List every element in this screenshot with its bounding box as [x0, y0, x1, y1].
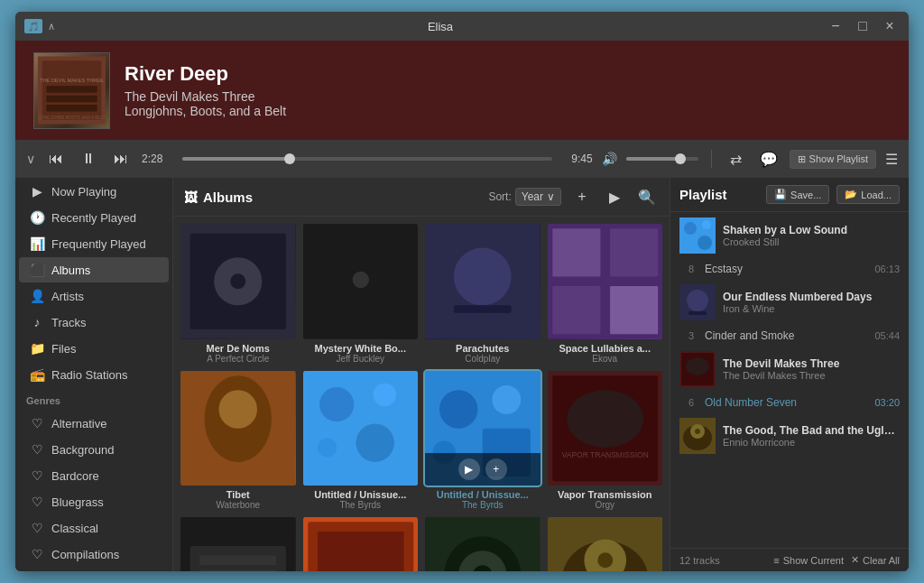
playlist-track-cinder[interactable]: 3 Cinder and Smoke 05:44 [670, 326, 909, 346]
svg-point-56 [702, 220, 711, 229]
play-pause-button[interactable]: ⏸ [77, 147, 100, 171]
playlist-album-info-devil: The Devil Makes Three The Devil Makes Th… [723, 357, 900, 381]
svg-point-53 [597, 552, 613, 568]
add-button[interactable]: + [570, 185, 594, 208]
sidebar: ▶ Now Playing 🕐 Recently Played 📊 Freque… [15, 178, 173, 571]
playlist-panel: Playlist 💾 Save... 📂 Load... [670, 178, 909, 571]
clear-all-button[interactable]: ✕ Clear All [851, 554, 900, 566]
svg-point-10 [230, 273, 245, 289]
genre-icon-classical: ♡ [30, 521, 44, 535]
sidebar-item-files[interactable]: 📁 Files [19, 336, 169, 361]
svg-rect-45 [317, 532, 403, 571]
playlist-track-old-number[interactable]: 6 Old Number Seven 03:20 [670, 393, 909, 412]
genre-icon-compilations: ♡ [30, 547, 44, 561]
progress-handle[interactable] [284, 153, 295, 164]
sidebar-item-bardcore[interactable]: ♡ Bardcore [19, 463, 169, 488]
content-header: 🖼 Albums Sort: Year ∨ + ▶ 🔍 [173, 178, 670, 217]
collapse-player-button[interactable]: ∨ [26, 152, 35, 166]
sort-label: Sort: [488, 190, 511, 203]
sidebar-item-electronic[interactable]: ♡ Electronic [19, 568, 169, 571]
album-item-0[interactable]: Mer De Noms A Perfect Circle [180, 224, 296, 364]
album-item-6[interactable]: ▶ + Untitled / Unissue... The Byrds [425, 371, 541, 511]
progress-bar[interactable] [182, 157, 552, 161]
playlist-track-ecstasy[interactable]: 8 Ecstasy 06:13 [670, 259, 909, 279]
save-label: Save... [790, 190, 821, 200]
playlist-items: Shaken by a Low Sound Crooked Still 8 Ec… [670, 212, 909, 548]
save-icon: 💾 [774, 189, 787, 200]
playlist-album-devil[interactable]: The Devil Makes Three The Devil Makes Th… [670, 346, 909, 393]
sort-select[interactable]: Year ∨ [515, 188, 561, 206]
separator [711, 150, 712, 168]
search-button[interactable]: 🔍 [635, 185, 659, 208]
show-current-button[interactable]: ≡ Show Current [773, 555, 844, 566]
shuffle-button[interactable]: ⇄ [725, 147, 748, 171]
album-name-3: Space Lullabies a... [548, 343, 663, 354]
playlist-album-endless[interactable]: Our Endless Numbered Days Iron & Wine [670, 279, 909, 326]
sidebar-item-frequently-played[interactable]: 📊 Frequently Played [19, 231, 169, 256]
album-item-3[interactable]: Space Lullabies a... Ekova [548, 224, 663, 364]
album-artist-1: Jeff Buckley [303, 354, 419, 364]
track-name-cinder: Cinder and Smoke [705, 329, 867, 342]
show-playlist-button[interactable]: ⊞ Show Playlist [790, 150, 876, 169]
load-playlist-button[interactable]: 📂 Load... [836, 185, 900, 204]
sidebar-item-bluegrass[interactable]: ♡ Bluegrass [19, 489, 169, 514]
sidebar-item-recently-played[interactable]: 🕐 Recently Played [19, 205, 169, 230]
svg-point-28 [356, 423, 394, 462]
album-name-5: Untitled / Unissue... [303, 489, 419, 500]
info-button[interactable]: 💬 [757, 147, 781, 171]
genre-icon-background: ♡ [30, 442, 44, 457]
play-all-button[interactable]: ▶ [603, 185, 626, 208]
track-duration-old-number: 03:20 [874, 397, 900, 408]
album-item-5[interactable]: Untitled / Unissue... The Byrds [303, 371, 419, 511]
collapse-chevron[interactable]: ∧ [48, 21, 55, 32]
sidebar-item-now-playing[interactable]: ▶ Now Playing [19, 179, 169, 204]
album-item-2[interactable]: Parachutes Coldplay [425, 224, 541, 364]
track-title: River Deep [125, 62, 286, 86]
sidebar-item-radio-stations[interactable]: 📻 Radio Stations [19, 362, 169, 387]
album-item-7[interactable]: VAPOR TRANSMISSION Vapor Transmission Or… [548, 371, 663, 511]
add-album-button-6[interactable]: + [485, 458, 507, 480]
next-button[interactable]: ⏭ [109, 147, 133, 171]
recently-played-icon: 🕐 [30, 210, 44, 225]
volume-handle[interactable] [675, 153, 686, 164]
save-playlist-button[interactable]: 💾 Save... [766, 185, 829, 204]
menu-button[interactable]: ☰ [885, 151, 898, 168]
album-item-1[interactable]: ● Mystery White Bo... Jeff Buckley [303, 224, 419, 364]
now-playing-header: THE DEVIL MAKES THREE LONGJOHNS BOOTS AN… [15, 41, 909, 140]
previous-button[interactable]: ⏮ [44, 147, 68, 171]
sidebar-item-compilations[interactable]: ♡ Compilations [19, 541, 169, 567]
radio-stations-icon: 📻 [30, 367, 44, 382]
maximize-button[interactable]: □ [853, 16, 873, 36]
sidebar-label-background: Background [51, 443, 114, 457]
album-item-9[interactable] [303, 517, 419, 571]
artists-icon: 👤 [30, 289, 44, 303]
time-total: 9:45 [561, 153, 593, 165]
album-item-11[interactable] [548, 517, 663, 571]
sidebar-item-classical[interactable]: ♡ Classical [19, 515, 169, 541]
playlist-thumb-devil [679, 351, 716, 387]
album-item-8[interactable] [180, 517, 296, 571]
sort-chevron-icon: ∨ [547, 190, 555, 203]
close-button[interactable]: × [880, 16, 900, 36]
volume-slider[interactable] [626, 157, 698, 161]
play-album-button-6[interactable]: ▶ [458, 458, 480, 480]
playlist-album-artist-shaken: Crooked Still [723, 236, 900, 247]
sidebar-item-tracks[interactable]: ♪ Tracks [19, 310, 169, 335]
playlist-album-shaken[interactable]: Shaken by a Low Sound Crooked Still [670, 212, 909, 259]
sidebar-label-albums: Albums [51, 264, 90, 277]
sidebar-item-artists[interactable]: 👤 Artists [19, 283, 169, 309]
track-album: The Devil Makes Three [125, 89, 286, 104]
album-item-10[interactable] [425, 517, 541, 571]
playlist-album-good-bad[interactable]: The Good, The Bad and the Ugly (Original… [670, 412, 909, 459]
genres-section-label: Genres [15, 388, 172, 410]
sidebar-item-alternative[interactable]: ♡ Alternative [19, 411, 169, 436]
minimize-button[interactable]: − [826, 16, 845, 36]
svg-point-31 [492, 384, 521, 413]
volume-icon: 🔊 [602, 152, 617, 166]
album-item-4[interactable]: Tibet Waterbone [180, 371, 296, 511]
svg-point-57 [698, 236, 712, 250]
sidebar-item-background[interactable]: ♡ Background [19, 437, 169, 462]
now-playing-icon: ▶ [30, 184, 44, 199]
album-cover-3 [548, 224, 663, 339]
sidebar-item-albums[interactable]: ⬛ Albums [19, 257, 169, 282]
